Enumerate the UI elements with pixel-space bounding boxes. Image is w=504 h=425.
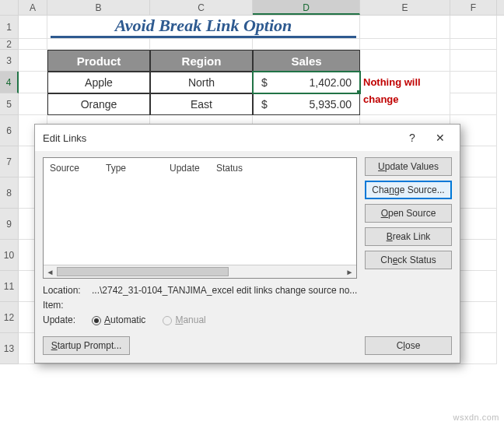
cell-D2[interactable] [253, 39, 360, 50]
startup-prompt-button[interactable]: Startup Prompt... [43, 336, 130, 355]
cell-E2[interactable] [360, 39, 450, 50]
cell-E3[interactable] [360, 50, 450, 72]
close-button[interactable]: Close [365, 336, 452, 355]
cell-F2[interactable] [450, 39, 497, 50]
change-source-button[interactable]: Change Source... [365, 181, 452, 199]
row-3[interactable]: 3 [0, 50, 19, 72]
note-line1: Nothing will [360, 72, 450, 93]
check-status-button[interactable]: Check Status [365, 251, 452, 269]
cell-A2[interactable] [19, 39, 47, 50]
radio-dot-icon [92, 316, 101, 325]
scroll-right-icon[interactable]: ► [343, 265, 356, 279]
lh-update[interactable]: Update [170, 163, 216, 174]
cell-F5[interactable] [450, 93, 497, 115]
open-source-button[interactable]: Open Source [365, 204, 452, 223]
th-product[interactable]: Product [47, 50, 150, 72]
currency: $ [261, 76, 268, 89]
links-listbox[interactable]: Source Type Update Status ◄ ► [43, 157, 357, 279]
row-11[interactable]: 11 [0, 271, 19, 302]
cell-F1[interactable] [450, 16, 497, 39]
row-headers: 1 2 3 4 5 6 7 8 9 10 11 12 13 [0, 16, 19, 364]
sales-value: 1,402.00 [310, 76, 352, 89]
cell-A3[interactable] [19, 50, 47, 72]
cell-title[interactable]: Avoid Break Link Option [47, 16, 360, 39]
row-4[interactable]: 4 [0, 72, 19, 93]
row-1[interactable]: 1 [0, 16, 19, 39]
dialog-buttons: Update Values Change Source... Open Sour… [365, 157, 452, 279]
radio-dot-icon [163, 316, 172, 325]
list-header: Source Type Update Status [44, 158, 356, 177]
col-D[interactable]: D [253, 0, 360, 15]
row-7[interactable]: 7 [0, 146, 19, 177]
cell-C5[interactable]: East [150, 93, 253, 115]
h-scrollbar[interactable]: ◄ ► [44, 265, 356, 278]
col-B[interactable]: B [47, 0, 150, 15]
edit-links-dialog: Edit Links ? ✕ Source Type Update Status… [34, 124, 460, 364]
break-link-button[interactable]: Break Link [365, 227, 452, 246]
dialog-title: Edit Links [43, 132, 86, 144]
help-button[interactable]: ? [399, 129, 425, 146]
dialog-titlebar[interactable]: Edit Links ? ✕ [35, 125, 460, 151]
col-A[interactable]: A [19, 0, 47, 15]
row-9[interactable]: 9 [0, 209, 19, 240]
cell-C4[interactable]: North [150, 72, 253, 93]
cell-B4[interactable]: Apple [47, 72, 150, 93]
row-13[interactable]: 13 [0, 333, 19, 364]
th-sales[interactable]: Sales [253, 50, 360, 72]
cell-A4[interactable] [19, 72, 47, 93]
cell-D5[interactable]: $ 5,935.00 [253, 93, 360, 115]
item-label: Item: [43, 298, 86, 313]
currency: $ [261, 98, 268, 111]
cell-F3[interactable] [450, 50, 497, 72]
list-body[interactable] [44, 177, 356, 265]
scroll-thumb[interactable] [57, 267, 229, 276]
update-label: Update: [43, 313, 86, 328]
cell-D4-active[interactable]: $ 1,402.00 [253, 72, 360, 93]
cell-B5[interactable]: Orange [47, 93, 150, 115]
sales-value: 5,935.00 [310, 98, 352, 111]
scroll-left-icon[interactable]: ◄ [44, 265, 57, 279]
dialog-meta: Location: ...\2742_31-0104_TANJIMA_excel… [43, 283, 452, 328]
note-line2: change [360, 93, 450, 115]
lh-source[interactable]: Source [50, 163, 106, 174]
row-10[interactable]: 10 [0, 240, 19, 271]
row-12[interactable]: 12 [0, 302, 19, 333]
scroll-track[interactable] [57, 265, 343, 279]
location-value: ...\2742_31-0104_TANJIMA_excel edit link… [92, 283, 357, 298]
radio-automatic[interactable]: Automatic [92, 313, 145, 328]
cell-B2[interactable] [47, 39, 150, 50]
row-2[interactable]: 2 [0, 39, 19, 50]
cell-C2[interactable] [150, 39, 253, 50]
lh-status[interactable]: Status [216, 163, 350, 174]
cell-F4[interactable] [450, 72, 497, 93]
location-label: Location: [43, 283, 86, 298]
select-all-corner[interactable] [0, 0, 19, 15]
th-region[interactable]: Region [150, 50, 253, 72]
close-icon[interactable]: ✕ [427, 129, 453, 146]
row-8[interactable]: 8 [0, 177, 19, 209]
update-values-button[interactable]: Update Values [365, 157, 452, 176]
row-6[interactable]: 6 [0, 115, 19, 146]
cell-A5[interactable] [19, 93, 47, 115]
column-headers: A B C D E F [0, 0, 504, 16]
col-C[interactable]: C [150, 0, 253, 15]
cell-E1[interactable] [360, 16, 450, 39]
col-E[interactable]: E [360, 0, 450, 15]
cell-A1[interactable] [19, 16, 47, 39]
radio-manual: Manual [163, 313, 205, 328]
lh-type[interactable]: Type [106, 163, 170, 174]
page-title: Avoid Break Link Option [51, 16, 356, 38]
row-5[interactable]: 5 [0, 93, 19, 115]
col-F[interactable]: F [450, 0, 497, 15]
watermark: wsxdn.com [453, 413, 499, 422]
